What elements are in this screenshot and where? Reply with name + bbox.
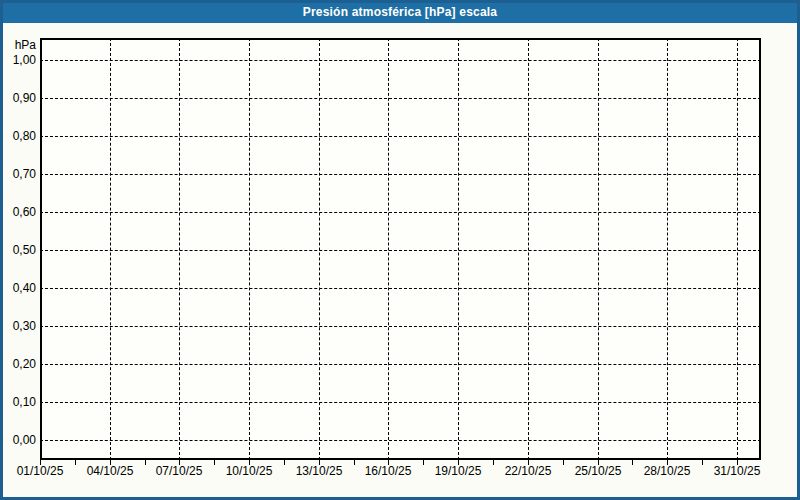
y-tick-label: 0,80 (0, 129, 36, 143)
x-tick-label: 22/10/25 (505, 464, 552, 478)
h-gridline (40, 364, 761, 365)
chart-title-bar: Presión atmosférica [hPa] escala (0, 0, 800, 23)
y-tick-label: 0,90 (0, 91, 36, 105)
x-tick-label: 16/10/25 (365, 464, 412, 478)
v-gridline (528, 38, 529, 460)
y-tick-label: 0,50 (0, 243, 36, 257)
x-tick-label: 19/10/25 (435, 464, 482, 478)
v-gridline (179, 38, 180, 460)
y-tick-label: 0,60 (0, 205, 36, 219)
v-gridline (598, 38, 599, 460)
v-gridline (667, 38, 668, 460)
y-axis-unit-label: hPa (0, 38, 36, 52)
y-tick-label: 0,10 (0, 395, 36, 409)
h-gridline (40, 402, 761, 403)
v-gridline (458, 38, 459, 460)
h-gridline (40, 136, 761, 137)
y-tick-label: 0,40 (0, 281, 36, 295)
x-tick-label: 31/10/25 (714, 464, 761, 478)
y-tick-label: 0,00 (0, 433, 36, 447)
x-tick-label: 01/10/25 (17, 464, 64, 478)
h-gridline (40, 98, 761, 99)
chart-window: Presión atmosférica [hPa] escala hPa 1,0… (0, 0, 800, 500)
h-gridline (40, 212, 761, 213)
h-gridline (40, 440, 761, 441)
x-tick-label: 13/10/25 (296, 464, 343, 478)
y-tick-label: 0,20 (0, 357, 36, 371)
v-gridline (110, 38, 111, 460)
v-gridline (388, 38, 389, 460)
y-tick-label: 1,00 (0, 53, 36, 67)
y-tick-label: 0,30 (0, 319, 36, 333)
y-tick-label: 0,70 (0, 167, 36, 181)
x-tick-label: 28/10/25 (644, 464, 691, 478)
x-tick-label: 07/10/25 (156, 464, 203, 478)
h-gridline (40, 174, 761, 175)
plot-area (40, 38, 761, 460)
x-tick-label: 04/10/25 (87, 464, 134, 478)
chart-title: Presión atmosférica [hPa] escala (303, 5, 498, 19)
h-gridline (40, 288, 761, 289)
h-gridline (40, 326, 761, 327)
x-tick-label: 25/10/25 (575, 464, 622, 478)
v-gridline (737, 38, 738, 460)
h-gridline (40, 250, 761, 251)
v-gridline (249, 38, 250, 460)
v-gridline (319, 38, 320, 460)
x-tick-label: 10/10/25 (226, 464, 273, 478)
plot-border (40, 38, 761, 460)
h-gridline (40, 60, 761, 61)
